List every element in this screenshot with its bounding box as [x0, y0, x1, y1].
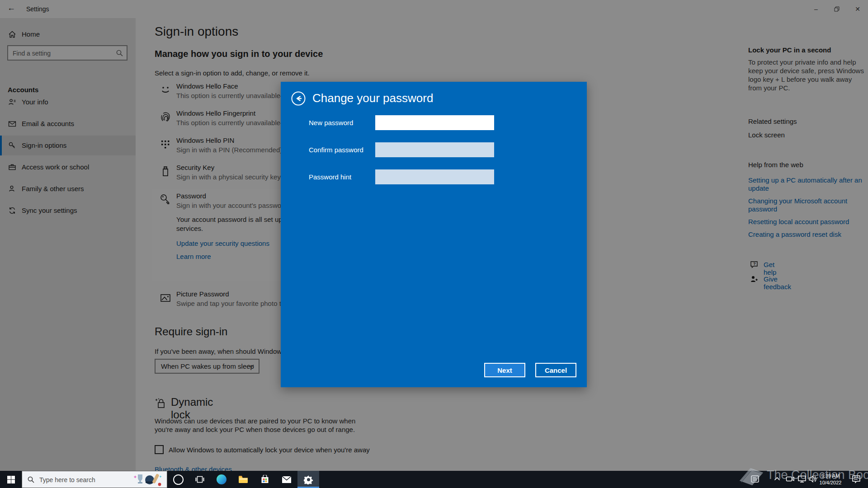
task-view-button[interactable]	[189, 471, 211, 488]
new-password-label: New password	[309, 119, 353, 127]
taskbar-search-box[interactable]	[22, 471, 167, 488]
edge-icon	[217, 474, 226, 484]
start-button[interactable]	[0, 471, 22, 488]
settings-taskbar-button[interactable]	[297, 471, 319, 488]
change-password-dialog: Change your password New password Confir…	[281, 82, 587, 387]
mail-button[interactable]	[276, 471, 297, 488]
file-explorer-button[interactable]	[232, 471, 254, 488]
new-password-row: New password	[281, 115, 587, 130]
edge-button[interactable]	[211, 471, 232, 488]
clock-date: 10/4/2022	[816, 479, 844, 486]
mail-icon	[282, 476, 292, 483]
gear-icon	[304, 475, 313, 484]
clock-time: 9:39 AM	[816, 473, 844, 479]
store-icon	[260, 475, 269, 484]
password-hint-row: Password hint	[281, 169, 587, 184]
confirm-password-field[interactable]	[375, 142, 494, 157]
cancel-button[interactable]: Cancel	[535, 363, 576, 377]
store-button[interactable]	[254, 471, 276, 488]
taskbar: 9:39 AM 10/4/2022	[0, 471, 868, 488]
network-icon[interactable]	[797, 475, 807, 484]
windows-logo-icon	[7, 476, 15, 483]
search-icon	[27, 476, 35, 483]
dialog-back-button[interactable]	[291, 91, 306, 106]
password-hint-field[interactable]	[375, 169, 494, 184]
hidden-icons-chevron[interactable]	[774, 477, 784, 486]
news-widgets-icon[interactable]	[750, 475, 760, 484]
meet-now-icon[interactable]	[786, 475, 796, 484]
task-view-icon	[195, 475, 204, 483]
search-highlight-doodle-icon[interactable]	[132, 473, 164, 487]
new-password-field[interactable]	[375, 115, 494, 130]
taskbar-clock[interactable]: 9:39 AM 10/4/2022	[816, 473, 844, 486]
action-center-icon[interactable]	[852, 475, 862, 484]
cortana-icon	[173, 474, 184, 485]
screen: ← Settings – ✕ Home Accounts	[0, 0, 868, 488]
confirm-password-row: Confirm password	[281, 142, 587, 157]
confirm-password-label: Confirm password	[309, 146, 363, 154]
password-hint-label: Password hint	[309, 173, 351, 181]
taskbar-search-input[interactable]	[38, 475, 126, 485]
cortana-button[interactable]	[167, 471, 189, 488]
next-button[interactable]: Next	[484, 363, 525, 377]
file-explorer-icon	[238, 475, 248, 483]
dialog-title: Change your password	[312, 91, 433, 105]
